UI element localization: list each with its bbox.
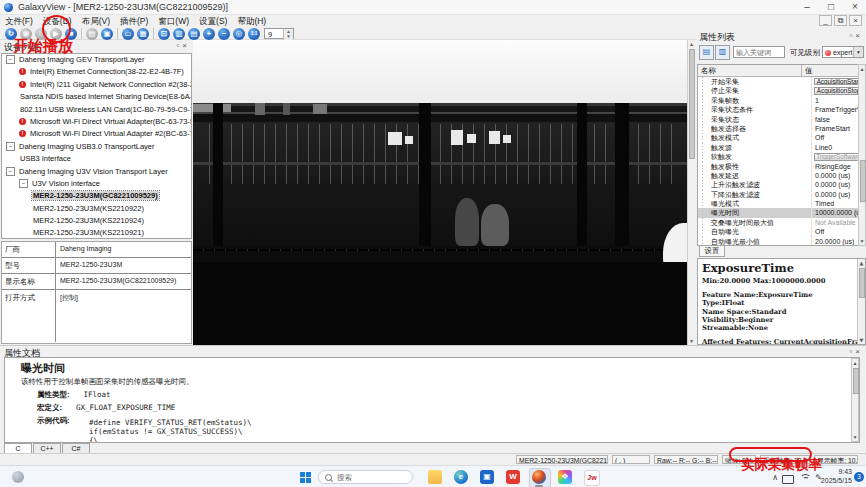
device-tree-item[interactable]: MER2-1250-23U3M(KS2210924) <box>2 215 191 227</box>
multi-window-button[interactable]: ▦ <box>137 28 149 40</box>
device-tree-item[interactable]: USB3 Interface <box>2 153 191 165</box>
property-row[interactable]: 软触发TriggerSoftware <box>698 152 865 161</box>
scroll-up-icon[interactable]: ▲ <box>858 259 865 267</box>
scroll-up-icon[interactable]: ▲ <box>859 65 865 73</box>
property-toolbar: ▤ ▥ 可见级别 expert ▼ <box>697 44 866 62</box>
property-search-input[interactable] <box>733 46 785 58</box>
property-row[interactable]: 触发延迟0.0000 (us) <box>698 171 865 180</box>
scroll-down-icon[interactable]: ▼ <box>858 336 865 344</box>
scroll-up-icon[interactable]: ▲ <box>852 359 858 367</box>
scrollbar-thumb[interactable] <box>859 268 865 298</box>
device-tree-item[interactable]: −Daheng Imaging USB3.0 TransportLayer <box>2 141 191 153</box>
device-tree-item[interactable]: MER2-1250-23U3M(KS2210921) <box>2 227 191 239</box>
property-row[interactable]: 交叠曝光时间最大值Not Available <box>698 218 865 227</box>
save-image-button[interactable]: ▣ <box>101 28 113 40</box>
property-name: 软触发 <box>698 152 812 161</box>
maximize-button[interactable]: □ <box>820 0 842 14</box>
image-display-area[interactable]: ▲ ▼ <box>193 40 695 345</box>
device-tree-item[interactable]: 802.11n USB Wireless LAN Card(1C-B0-79-5… <box>2 104 191 116</box>
property-command-button[interactable]: AcquisitionStop <box>814 87 863 94</box>
property-row[interactable]: 上升沿触发滤波0.0000 (us) <box>698 180 865 189</box>
canvas-vertical-scrollbar[interactable]: ▲ ▼ <box>687 40 695 345</box>
roi-button[interactable]: ⊡ <box>158 28 170 40</box>
spinner-arrows-icon[interactable]: ▲▼ <box>283 29 293 40</box>
windows-start-button[interactable] <box>300 472 311 483</box>
device-tree-item[interactable]: MER2-1250-23U3M(GC8221009529) <box>2 190 191 202</box>
taskbar-edge-icon[interactable]: e <box>454 470 468 484</box>
fit-window-button[interactable]: ◎ <box>233 28 245 40</box>
panel-close-icon[interactable]: × <box>855 31 863 40</box>
scrollbar-thumb[interactable] <box>860 160 866 202</box>
property-row[interactable]: 采集状态false <box>698 115 865 124</box>
grid-show-button[interactable]: ▥ <box>173 28 185 40</box>
zoom-out-button[interactable]: − <box>218 28 230 40</box>
taskbar-jw-icon[interactable]: Jw <box>584 470 600 486</box>
device-tree-item[interactable]: !Microsoft Wi-Fi Direct Virtual Adapter(… <box>2 116 191 128</box>
mdi-close-button[interactable]: × <box>849 15 862 26</box>
tree-expander-icon[interactable]: − <box>6 55 15 64</box>
panel-close-icon[interactable]: × <box>855 347 863 356</box>
taskbar-corner-icon[interactable] <box>12 471 24 483</box>
device-tree-item[interactable]: −U3V Vision interface <box>2 178 191 190</box>
device-tree-item[interactable]: Sansta NDIS based Internet Sharing Devic… <box>2 91 191 103</box>
tray-wifi-icon[interactable] <box>800 474 810 483</box>
scrollbar-thumb[interactable] <box>853 368 859 394</box>
taskbar-galaxyview-icon[interactable] <box>532 470 546 484</box>
device-tree-item[interactable]: !Intel(R) Ethernet Connection(38-22-E2-4… <box>2 66 191 78</box>
property-grid-scrollbar[interactable]: ▲ ▼ <box>858 64 866 246</box>
collapse-all-button[interactable]: ▥ <box>715 45 730 60</box>
property-row[interactable]: 自动曝光最小值20.0000 (us) <box>698 237 865 246</box>
grid-hide-button[interactable]: ▤ <box>188 28 200 40</box>
property-row[interactable]: 下降沿触发滤波0.0000 (us) <box>698 190 865 199</box>
minimize-button[interactable]: – <box>796 0 818 14</box>
chevron-down-icon[interactable]: ▼ <box>853 47 863 57</box>
feature-doc-scrollbar[interactable]: ▲ ▼ <box>857 259 865 344</box>
tray-monitor-icon[interactable] <box>782 475 794 484</box>
scroll-down-icon[interactable]: ▼ <box>688 337 695 345</box>
device-tree-item[interactable]: MER2-1250-23U3M(KS2210922) <box>2 203 191 215</box>
zoom-in-button[interactable]: + <box>203 28 215 40</box>
property-row[interactable]: 停止采集AcquisitionStop <box>698 86 865 95</box>
taskbar-store-icon[interactable]: ▣ <box>480 470 494 484</box>
tree-expander-icon[interactable]: − <box>6 167 15 176</box>
single-window-button[interactable]: ▭ <box>122 28 134 40</box>
tab-settings[interactable]: 设置 <box>699 246 725 257</box>
tray-chevron-up-icon[interactable]: ∧ <box>772 473 778 482</box>
open-image-button[interactable]: ▤ <box>86 28 98 40</box>
device-tree-item[interactable]: !Microsoft Wi-Fi Direct Virtual Adapter … <box>2 128 191 140</box>
scroll-down-icon[interactable]: ▼ <box>852 433 858 441</box>
tree-expander-icon[interactable]: − <box>6 142 15 151</box>
property-command-button[interactable]: AcquisitionStart <box>814 78 863 85</box>
taskbar-wps-icon[interactable]: W <box>506 470 520 484</box>
scroll-down-icon[interactable]: ▼ <box>859 237 865 245</box>
tree-expander-icon[interactable]: − <box>19 179 28 188</box>
scroll-up-icon[interactable]: ▲ <box>688 40 695 48</box>
property-row[interactable]: 触发模式Off <box>698 133 865 142</box>
property-row[interactable]: 自动曝光Off <box>698 227 865 236</box>
visibility-level-select[interactable]: expert ▼ <box>822 46 864 58</box>
zoom-original-button[interactable]: 1:1 <box>248 28 260 40</box>
expand-all-button[interactable]: ▤ <box>699 45 714 60</box>
scrollbar-thumb[interactable] <box>689 49 695 159</box>
device-tree-item[interactable]: !Intel(R) I211 Gigabit Network Connectio… <box>2 79 191 91</box>
taskbar-file-explorer-icon[interactable] <box>428 470 442 484</box>
property-row[interactable]: 采集帧数1 <box>698 96 865 105</box>
taskbar-search[interactable]: 搜索 <box>318 470 413 484</box>
property-row[interactable]: 触发极性RisingEdge <box>698 162 865 171</box>
close-button[interactable]: × <box>844 0 866 14</box>
property-row[interactable]: 采集状态条件FrameTriggerWait <box>698 105 865 114</box>
property-row[interactable]: 触发源Line0 <box>698 143 865 152</box>
taskbar-photos-icon[interactable]: ❖ <box>558 470 572 484</box>
zoom-spinbox[interactable]: 9 ▲▼ <box>264 28 294 39</box>
mdi-minimize-button[interactable]: _ <box>819 15 832 26</box>
panel-close-icon[interactable]: × <box>182 41 190 50</box>
device-tree-item[interactable]: −Daheng Imaging U3V Vision Transport Lay… <box>2 166 191 178</box>
property-row[interactable]: 开始采集AcquisitionStart <box>698 77 865 86</box>
property-row[interactable]: 曝光时间10000.0000 (us) <box>698 208 865 217</box>
tray-clock[interactable]: 9:43 2025/5/15 <box>821 468 852 485</box>
doc-panel-scrollbar[interactable]: ▲ ▼ <box>851 358 859 442</box>
property-row[interactable]: 触发选择器FrameStart <box>698 124 865 133</box>
mdi-restore-button[interactable]: ⧉ <box>834 15 847 26</box>
notification-badge[interactable]: 3 <box>854 472 864 482</box>
property-row[interactable]: 曝光模式Timed <box>698 199 865 208</box>
